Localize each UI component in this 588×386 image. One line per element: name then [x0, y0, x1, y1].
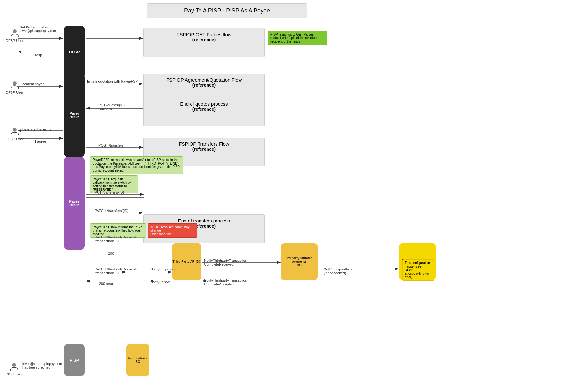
user-icon-3 [10, 126, 20, 136]
label-put-quotes: PUT /quotes/{ID}Callback [98, 103, 125, 111]
participant-notifications-bc: NotificationsBC [126, 344, 149, 376]
participant-pisp: PISP [64, 344, 85, 376]
participant-3rd-party-payments-bc: 3rd party initiated paymentsBC [281, 243, 318, 280]
label-put-transfers: PUT /transfers/{ID} [95, 190, 124, 194]
label-notify-requested: NotifyRequested [150, 267, 176, 271]
label-resp-1: resp [35, 53, 42, 57]
label-patch-thirdparty-2: PATCH /thirdpartyRequests/transactions/{… [95, 267, 137, 275]
label-200-resp: 200 resp [99, 282, 113, 285]
label-here-terms: here are the terms [22, 127, 51, 131]
label-get-participant-info: GetParticipantInfo(If not cached) [324, 267, 352, 275]
actor-dfsp-user-3: DFSP User [6, 126, 23, 141]
user-icon [10, 28, 20, 38]
participant-dfsp: DFSP [64, 26, 85, 78]
label-confirm-payee: confirm payee [22, 82, 44, 86]
label-patch-transfers: PATCH /transfers/{ID} [95, 209, 129, 213]
svg-point-24 [12, 363, 16, 367]
label-post-transfers: POST /transfers [98, 143, 124, 147]
label-notify-report: NotifyReport [150, 280, 170, 284]
flow-box-end-quotes: End of quotes process (reference) [143, 98, 265, 126]
annotation-payer-dfsp-knows: PayerDFSP knows this was a transfer to a… [90, 156, 183, 174]
user-icon-pisp [9, 362, 19, 371]
label-get-parties-alias: Get Parties for alias:lewis@pineapplepay… [20, 26, 56, 33]
label-200-1: 200 [108, 252, 114, 255]
participant-third-party-api-bc: Third Party API BC [172, 243, 201, 280]
actor-dfsp-user-2: DFSP User [6, 80, 23, 94]
svg-point-21 [13, 29, 17, 33]
page-title: Pay To A PISP - PISP As A Payee [147, 3, 307, 18]
annotation-participant-config: This configurationhappens per DFSPat onb… [402, 259, 434, 281]
actor-pisp-user: PISP User [6, 362, 22, 376]
label-i-agree: I agree [35, 140, 46, 143]
annotation-pisp-responds: PISP responds to GET Partiesrequest with… [268, 31, 327, 45]
arrows-svg [0, 0, 588, 386]
user-icon-2 [10, 80, 20, 90]
label-initiate-quotation: Initiate quotation with PayeeFSP [87, 79, 138, 83]
label-patch-thirdparty-1: PATCH /thirdpartyRequests/transactions/{… [95, 235, 137, 243]
label-lewis-credited: lewis@pineapplepay.comhas been credited! [22, 362, 62, 369]
flow-box-get-parties: FSPIOP GET Parties flow (reference) [143, 28, 265, 57]
svg-point-22 [13, 81, 17, 85]
label-notify-complete-received: NotifyThirdpartyTransactionCompleteRecei… [204, 259, 247, 266]
label-notify-complete-accepted: NotifyThirdpartyTransactionCompleteAccep… [204, 278, 247, 286]
participant-payer-dfsp: PayerDFSP [64, 74, 85, 157]
annotation-todo: TODO: resource name may change!Don't sho… [148, 223, 197, 238]
svg-point-23 [13, 128, 17, 132]
diagram-container: Pay To A PISP - PISP As A Payee DFSP Use… [0, 0, 588, 386]
participant-payee-dfsp: PayeeDFSP [64, 157, 85, 250]
